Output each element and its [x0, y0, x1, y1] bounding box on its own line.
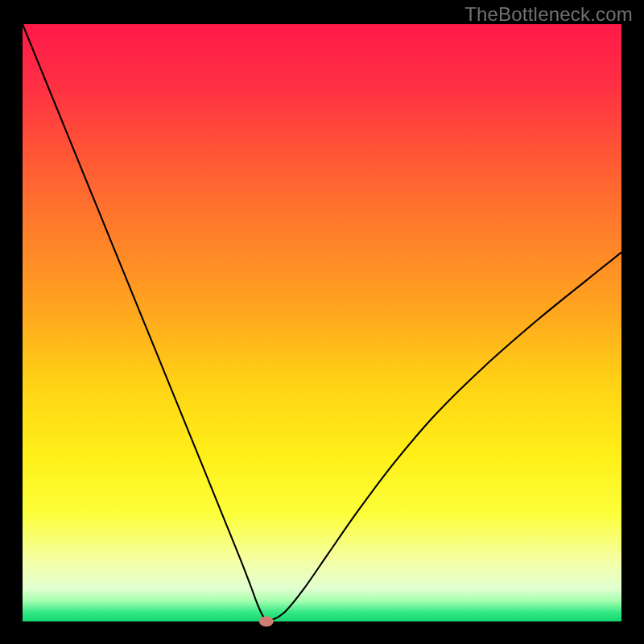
- optimum-marker: [259, 617, 274, 627]
- plot-background: [23, 24, 621, 621]
- watermark-text: TheBottleneck.com: [464, 3, 633, 26]
- chart-container: TheBottleneck.com: [0, 0, 644, 644]
- bottleneck-chart: [0, 0, 644, 644]
